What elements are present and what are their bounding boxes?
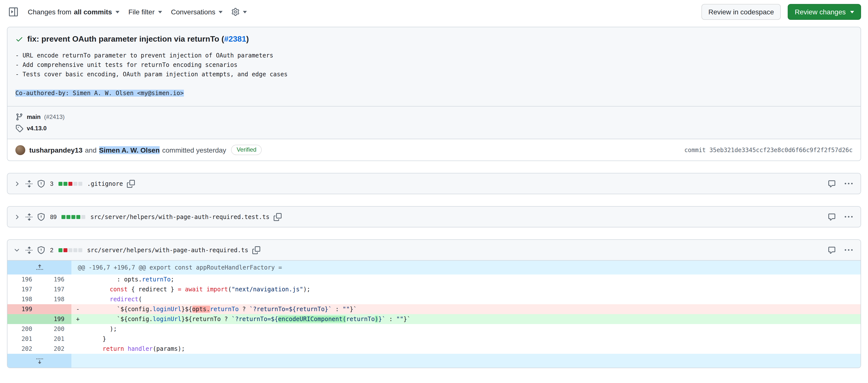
- copy-path-button[interactable]: [273, 213, 281, 221]
- author-link[interactable]: tusharpandey13: [29, 146, 83, 154]
- diffstat-squares: [58, 182, 82, 186]
- diff-line-context: 202202 return handler(params);: [7, 344, 861, 354]
- commit-title-text: fix: prevent OAuth parameter injection v…: [27, 35, 249, 43]
- code-line[interactable]: redirect(: [84, 294, 861, 304]
- review-changes-button[interactable]: Review changes: [788, 4, 861, 20]
- avatar[interactable]: [16, 145, 25, 155]
- code-line[interactable]: );: [84, 324, 861, 334]
- drag-handle[interactable]: [25, 213, 33, 221]
- diffstat-square-neutral: [73, 248, 77, 252]
- diff-sign: [71, 294, 84, 304]
- code-token: (params);: [153, 345, 185, 352]
- diff-settings-dropdown[interactable]: [231, 7, 248, 17]
- copy-path-button[interactable]: [252, 246, 260, 254]
- chevron-right-icon: [13, 213, 20, 220]
- changes-from-dropdown[interactable]: Changes from all commits: [27, 7, 120, 17]
- code-token: handler: [128, 345, 153, 352]
- code-token: `${config.: [88, 306, 153, 313]
- code-token: `${config.: [88, 316, 153, 323]
- drag-handle[interactable]: [25, 180, 33, 188]
- diff-sign: [71, 324, 84, 334]
- code-line[interactable]: const { redirect } = await import("next/…: [84, 284, 861, 294]
- branch-name-link[interactable]: main: [27, 114, 41, 120]
- file-name-link[interactable]: src/server/helpers/with-page-auth-requir…: [87, 247, 248, 253]
- new-line-number: 197: [39, 284, 71, 294]
- file-toggle-button[interactable]: [12, 179, 21, 188]
- comment-icon: [828, 180, 836, 188]
- code-token: ?: [239, 306, 249, 313]
- sidebar-expand-button[interactable]: [7, 5, 20, 18]
- code-token: ): [375, 316, 378, 323]
- file-name-link[interactable]: src/server/helpers/with-page-auth-requir…: [90, 213, 270, 220]
- triangle-down-icon: [243, 11, 247, 13]
- file-filter-dropdown[interactable]: File filter: [127, 7, 163, 17]
- file-toggle-button[interactable]: [12, 212, 21, 221]
- code-token: (: [138, 296, 142, 303]
- diff-line-context: 198198 redirect(: [7, 294, 861, 304]
- tag-icon: [16, 124, 23, 132]
- conversations-dropdown[interactable]: Conversations: [170, 7, 224, 17]
- changed-lines-count: 89: [50, 213, 57, 220]
- review-in-codespace-button[interactable]: Review in codespace: [702, 4, 781, 20]
- comment-button[interactable]: [828, 246, 836, 254]
- coauthor-name-selected[interactable]: Simen A. W. Olsen: [99, 146, 160, 154]
- shield-info-button[interactable]: [37, 213, 45, 221]
- code-token: loginUrl: [153, 306, 181, 313]
- new-line-number: 198: [39, 294, 71, 304]
- files-changed-toolbar: Changes from all commits File filter Con…: [0, 0, 868, 25]
- diffstat-square-neutral: [82, 215, 86, 219]
- code-token: );: [303, 286, 310, 293]
- file-options-button[interactable]: [845, 246, 852, 254]
- code-token: returnTo: [210, 306, 239, 313]
- commit-branch-section: main (#2413) v4.13.0: [7, 106, 861, 139]
- code-line[interactable]: }: [84, 334, 861, 344]
- coauthor-line-selected: Co-authored-by: Simen A. W. Olsen <my@si…: [16, 90, 184, 97]
- code-line[interactable]: `${config.loginUrl}${returnTo ? `?return…: [84, 314, 861, 324]
- shield-icon: [37, 246, 45, 254]
- tag-name-link[interactable]: v4.13.0: [27, 125, 46, 132]
- chevron-down-icon: [13, 247, 20, 253]
- new-line-number: 199: [39, 314, 71, 324]
- review-changes-label: Review changes: [795, 8, 846, 16]
- code-token: }`: [404, 316, 411, 323]
- verified-badge[interactable]: Verified: [231, 145, 262, 155]
- code-line[interactable]: `${config.loginUrl}${opts.returnTo ? `?r…: [84, 304, 861, 314]
- file-box: 2src/server/helpers/with-page-auth-requi…: [7, 239, 861, 368]
- code-line[interactable]: return handler(params);: [84, 344, 861, 354]
- diffstat-square-del: [68, 182, 72, 186]
- comment-button[interactable]: [828, 180, 836, 188]
- old-line-number: 201: [7, 334, 39, 344]
- diffstat-square-neutral: [68, 248, 72, 252]
- file-options-button[interactable]: [845, 213, 852, 221]
- file-toggle-button[interactable]: [12, 246, 21, 254]
- diffstat-square-add: [58, 182, 62, 186]
- file-header-actions: [828, 213, 856, 221]
- code-token: opts.: [192, 306, 210, 313]
- fold-up-icon: [35, 264, 43, 272]
- file-filter-label: File filter: [128, 8, 155, 16]
- diff-sign: +: [71, 314, 84, 324]
- shield-info-button[interactable]: [37, 246, 45, 254]
- kebab-horizontal-icon: [845, 180, 852, 188]
- old-line-number: 196: [7, 275, 39, 284]
- sidebar-expand-icon: [9, 7, 18, 17]
- commit-body: - URL encode returnTo parameter to preve…: [16, 51, 852, 98]
- commit-title: fix: prevent OAuth parameter injection v…: [16, 35, 852, 43]
- expand-down-button[interactable]: [7, 354, 71, 368]
- code-token: );: [88, 325, 117, 332]
- code-line[interactable]: : opts.returnTo;: [84, 275, 861, 284]
- code-token: returnTo: [142, 276, 171, 283]
- file-header: 89src/server/helpers/with-page-auth-requ…: [7, 206, 861, 227]
- file-name-link[interactable]: .gitignore: [87, 180, 123, 187]
- copy-path-button[interactable]: [127, 180, 135, 188]
- code-token: : opts.: [88, 276, 142, 283]
- diffstat-squares: [62, 215, 86, 219]
- file-options-button[interactable]: [845, 180, 852, 188]
- old-line-number: 199: [7, 304, 39, 314]
- copy-icon: [252, 246, 260, 254]
- pr-number-link[interactable]: #2381: [224, 35, 246, 43]
- comment-button[interactable]: [828, 213, 836, 221]
- expand-up-button[interactable]: [7, 261, 71, 275]
- drag-handle[interactable]: [25, 246, 33, 254]
- shield-info-button[interactable]: [37, 180, 45, 188]
